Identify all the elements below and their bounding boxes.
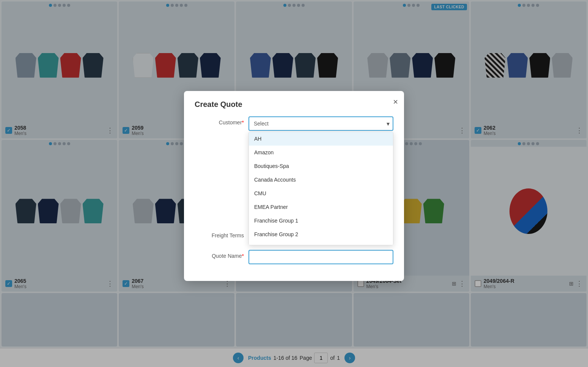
dropdown-item-franchise-group-1[interactable]: Franchise Group 1	[249, 214, 393, 227]
dropdown-item-cmu[interactable]: CMU	[249, 187, 393, 200]
dropdown-item-franchise-group-3[interactable]: Franchise Group 3	[249, 241, 393, 245]
customer-dropdown-list: AH Amazon Boutiques-Spa Canada Accounts …	[248, 132, 393, 245]
quote-name-label: Quote Name*	[195, 250, 244, 259]
create-quote-modal: Create Quote × Customer* Select AH Amazo…	[184, 91, 404, 281]
modal-close-button[interactable]: ×	[393, 97, 398, 107]
dropdown-item-ah[interactable]: AH	[249, 132, 393, 146]
dropdown-item-franchise-group-2[interactable]: Franchise Group 2	[249, 227, 393, 241]
quote-name-input-wrapper	[248, 250, 393, 264]
dropdown-item-amazon[interactable]: Amazon	[249, 146, 393, 159]
customer-label: Customer*	[195, 116, 244, 125]
modal-overlay: Create Quote × Customer* Select AH Amazo…	[0, 0, 588, 367]
customer-field-row: Customer* Select AH Amazon Boutiques-Spa…	[195, 116, 393, 131]
quote-name-field-row: Quote Name*	[195, 250, 393, 264]
required-star: *	[242, 119, 244, 125]
freight-terms-label: Freight Terms	[195, 229, 244, 238]
required-star: *	[242, 253, 244, 259]
modal-title: Create Quote	[195, 100, 393, 109]
quote-name-input[interactable]	[248, 250, 393, 264]
customer-select[interactable]: Select AH Amazon Boutiques-Spa Canada Ac…	[248, 116, 393, 131]
customer-select-wrapper: Select AH Amazon Boutiques-Spa Canada Ac…	[248, 116, 393, 131]
dropdown-item-emea-partner[interactable]: EMEA Partner	[249, 200, 393, 214]
dropdown-item-boutiques-spa[interactable]: Boutiques-Spa	[249, 159, 393, 173]
dropdown-item-canada-accounts[interactable]: Canada Accounts	[249, 173, 393, 187]
